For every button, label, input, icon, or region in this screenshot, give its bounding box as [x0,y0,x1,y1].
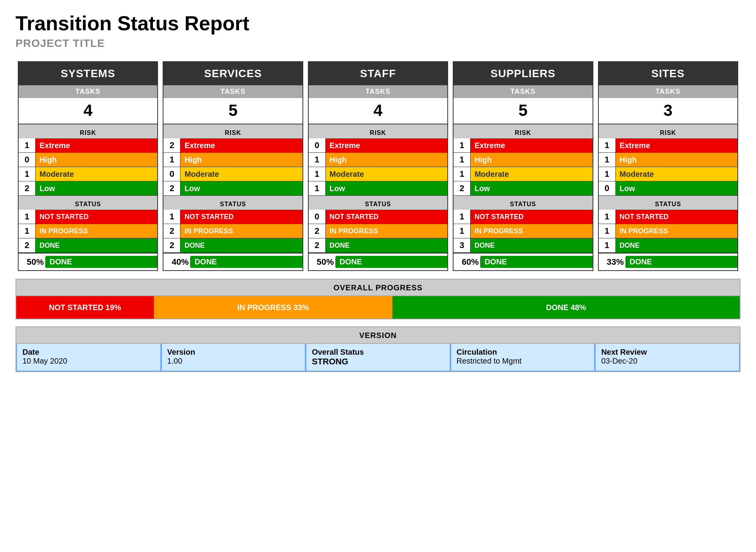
risk-high-label-services: High [180,153,302,167]
version-section: VERSION Date 10 May 2020 Version 1.00 Ov… [15,326,741,372]
status-done-row-systems: 2 DONE [19,238,157,253]
status-in-progress-label-systems: IN PROGRESS [36,224,157,238]
tasks-label-staff: TASKS [309,85,447,98]
risk-low-label-staff: Low [326,181,447,195]
status-not-started-num-staff: 0 [309,210,326,224]
col-inner-services: SERVICES TASKS 5 RISK 2 Extreme 1 High 0… [163,61,303,271]
risk-low-num-services: 2 [163,181,180,195]
status-done-row-suppliers: 3 DONE [454,238,592,253]
status-done-row-sites: 1 DONE [599,238,737,253]
next-review-value: 03-Dec-20 [601,357,734,366]
status-not-started-label-systems: NOT STARTED [36,210,157,224]
status-not-started-label-services: NOT STARTED [180,210,302,224]
status-section-staff: STATUS [309,199,447,210]
status-in-progress-row-staff: 2 IN PROGRESS [309,224,447,238]
risk-moderate-label-staff: Moderate [326,167,447,181]
not-started-bar: NOT STARTED 19% [16,296,154,319]
status-not-started-row-systems: 1 NOT STARTED [19,210,157,224]
risk-section-staff: RISK [309,128,447,138]
status-not-started-label-sites: NOT STARTED [616,210,737,224]
status-not-started-row-staff: 0 NOT STARTED [309,210,447,224]
risk-low-num-sites: 0 [599,181,616,195]
status-done-label-staff: DONE [326,238,447,252]
version-date-cell: Date 10 May 2020 [16,344,161,371]
tasks-label-suppliers: TASKS [454,85,592,98]
overall-status-value: STRONG [312,357,444,367]
done-pct-num-services: 40% [163,257,191,267]
status-in-progress-num-services: 2 [163,224,180,238]
risk-moderate-row-systems: 1 Moderate [19,167,157,181]
version-value: 1.00 [167,357,300,366]
risk-low-label-suppliers: Low [471,181,592,195]
col-sites: SITES TASKS 3 RISK 1 Extreme 1 High 1 Mo… [596,61,741,271]
date-value: 10 May 2020 [22,357,155,366]
risk-moderate-label-suppliers: Moderate [471,167,592,181]
risk-moderate-num-staff: 1 [309,167,326,181]
circulation-value: Restricted to Mgmt [457,357,589,366]
in-progress-bar: IN PROGRESS 33% [154,296,392,319]
status-done-label-sites: DONE [616,238,737,252]
status-in-progress-row-sites: 1 IN PROGRESS [599,224,737,238]
risk-high-num-suppliers: 1 [454,153,471,167]
done-pct-num-suppliers: 60% [454,257,481,267]
risk-low-num-suppliers: 2 [454,181,471,195]
risk-high-num-systems: 0 [19,153,36,167]
status-in-progress-num-sites: 1 [599,224,616,238]
col-inner-suppliers: SUPPLIERS TASKS 5 RISK 1 Extreme 1 High … [453,61,593,271]
risk-moderate-num-sites: 1 [599,167,616,181]
status-in-progress-label-staff: IN PROGRESS [326,224,447,238]
risk-low-row-services: 2 Low [163,181,302,196]
risk-low-row-staff: 1 Low [309,181,447,196]
version-number-cell: Version 1.00 [161,344,306,371]
risk-moderate-row-services: 0 Moderate [163,167,302,181]
risk-extreme-num-staff: 0 [309,138,326,152]
status-done-num-systems: 2 [19,238,36,252]
risk-low-row-sites: 0 Low [599,181,737,196]
overall-status-cell: Overall Status STRONG [306,344,450,371]
circulation-label: Circulation [457,348,589,357]
status-in-progress-num-systems: 1 [19,224,36,238]
status-done-num-suppliers: 3 [454,238,471,252]
version-label: Version [167,348,300,357]
col-inner-systems: SYSTEMS TASKS 4 RISK 1 Extreme 0 High 1 … [18,61,158,271]
done-pct-label-sites: DONE [626,256,737,268]
status-done-row-services: 2 DONE [163,238,302,253]
col-inner-staff: STAFF TASKS 4 RISK 0 Extreme 1 High 1 Mo… [308,61,448,271]
risk-extreme-row-sites: 1 Extreme [599,138,737,153]
risk-extreme-num-sites: 1 [599,138,616,152]
tasks-value-services: 5 [163,98,302,124]
tasks-label-services: TASKS [163,85,302,98]
done-pct-num-staff: 50% [309,257,336,267]
overall-progress-title: OVERALL PROGRESS [16,279,740,295]
col-header-suppliers: SUPPLIERS [454,62,592,85]
done-pct-row-systems: 50% DONE [19,253,157,270]
done-pct-label-systems: DONE [46,256,157,268]
risk-moderate-num-suppliers: 1 [454,167,471,181]
status-section-sites: STATUS [599,199,737,210]
tasks-value-systems: 4 [19,98,157,124]
main-columns-table: SYSTEMS TASKS 4 RISK 1 Extreme 0 High 1 … [15,61,741,271]
col-header-systems: SYSTEMS [19,62,157,85]
risk-high-row-sites: 1 High [599,153,737,167]
risk-low-row-systems: 2 Low [19,181,157,196]
risk-extreme-num-services: 2 [163,138,180,152]
col-inner-sites: SITES TASKS 3 RISK 1 Extreme 1 High 1 Mo… [598,61,738,271]
status-not-started-label-staff: NOT STARTED [326,210,447,224]
risk-low-label-services: Low [180,181,302,195]
risk-high-row-systems: 0 High [19,153,157,167]
overall-progress-section: OVERALL PROGRESS NOT STARTED 19% IN PROG… [15,279,741,319]
tasks-value-staff: 4 [309,98,447,124]
risk-moderate-row-suppliers: 1 Moderate [454,167,592,181]
risk-extreme-label-services: Extreme [180,138,302,152]
page-title: Transition Status Report [15,12,741,35]
risk-moderate-row-staff: 1 Moderate [309,167,447,181]
status-not-started-num-services: 1 [163,210,180,224]
progress-bar: NOT STARTED 19% IN PROGRESS 33% DONE 48% [16,295,740,319]
status-done-num-staff: 2 [309,238,326,252]
risk-high-row-suppliers: 1 High [454,153,592,167]
date-label: Date [22,348,155,357]
status-not-started-row-sites: 1 NOT STARTED [599,210,737,224]
done-pct-row-sites: 33% DONE [599,253,737,270]
tasks-label-sites: TASKS [599,85,737,98]
status-not-started-row-suppliers: 1 NOT STARTED [454,210,592,224]
